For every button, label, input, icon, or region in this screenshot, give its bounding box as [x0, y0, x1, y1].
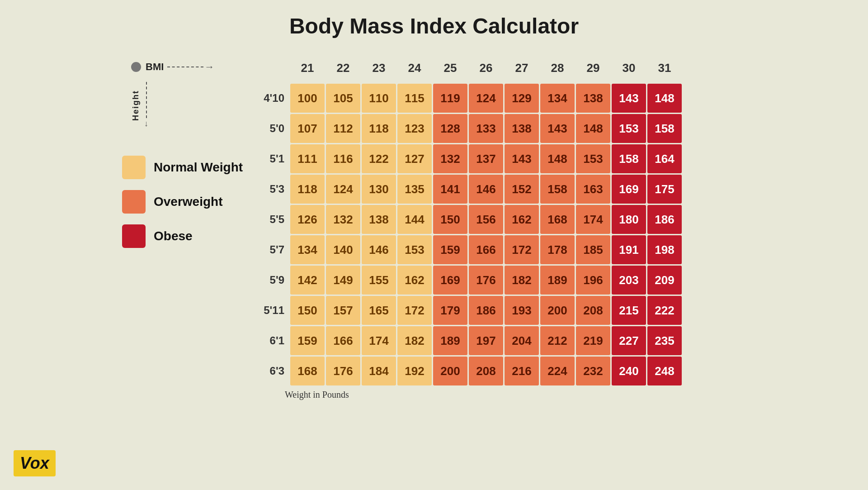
bmi-cell-6ft3-29: 232	[576, 357, 610, 385]
bmi-cell-5ft3-31: 175	[647, 175, 682, 204]
bmi-cell-6ft1-27: 204	[505, 326, 539, 355]
bmi-column-header-25: 25	[433, 53, 467, 82]
height-label-5ft1: 5'1	[255, 144, 289, 173]
height-label: Height	[131, 90, 141, 121]
bmi-cell-5ft0-23: 118	[362, 114, 396, 143]
bmi-cell-5ft0-29: 148	[576, 114, 610, 143]
legend-area: Normal Weight Overweight Obese	[122, 156, 243, 259]
bmi-cell-5ft7-24: 153	[397, 235, 432, 264]
bmi-cell-6ft3-31: 248	[647, 357, 682, 385]
bmi-cell-6ft1-30: 227	[612, 326, 646, 355]
bmi-cell-5ft0-27: 138	[505, 114, 539, 143]
bmi-cell-4ft10-22: 105	[326, 84, 360, 113]
bmi-cell-5ft7-31: 198	[647, 235, 682, 264]
bmi-cell-5ft7-30: 191	[612, 235, 646, 264]
bmi-cell-5ft1-23: 122	[362, 144, 396, 173]
bmi-cell-5ft11-29: 208	[576, 296, 610, 325]
bmi-cell-4ft10-29: 138	[576, 84, 610, 113]
bmi-cell-5ft5-29: 174	[576, 205, 610, 234]
bmi-cell-5ft9-30: 203	[612, 266, 646, 295]
bmi-cell-6ft3-25: 200	[433, 357, 467, 385]
bmi-cell-5ft1-29: 153	[576, 144, 610, 173]
bmi-cell-6ft1-22: 166	[326, 326, 360, 355]
legend-item-overweight: Overweight	[122, 190, 243, 214]
bmi-cell-6ft3-28: 224	[540, 357, 575, 385]
table-row: 4'10100105110115119124129134138143148	[255, 84, 682, 113]
bmi-column-header-24: 24	[397, 53, 432, 82]
bmi-cell-5ft7-22: 140	[326, 235, 360, 264]
height-label-6ft3: 6'3	[255, 357, 289, 385]
bmi-cell-6ft1-24: 182	[397, 326, 432, 355]
bmi-cell-6ft1-21: 159	[290, 326, 325, 355]
bmi-arrowhead-icon: →	[204, 61, 214, 73]
bmi-cell-5ft1-31: 164	[647, 144, 682, 173]
height-label-6ft1: 6'1	[255, 326, 289, 355]
height-label-5ft5: 5'5	[255, 205, 289, 234]
table-row: 5'5126132138144150156162168174180186	[255, 205, 682, 234]
bmi-column-header-22: 22	[326, 53, 360, 82]
bmi-cell-5ft11-28: 200	[540, 296, 575, 325]
bmi-cell-5ft3-23: 130	[362, 175, 396, 204]
bmi-cell-5ft9-22: 149	[326, 266, 360, 295]
bmi-cell-5ft5-21: 126	[290, 205, 325, 234]
bmi-cell-5ft11-31: 222	[647, 296, 682, 325]
bmi-cell-6ft1-28: 212	[540, 326, 575, 355]
bmi-cell-5ft5-27: 162	[505, 205, 539, 234]
bmi-dot	[131, 62, 141, 72]
bmi-header-row: 2122232425262728293031	[255, 53, 682, 82]
bmi-cell-6ft1-29: 219	[576, 326, 610, 355]
bmi-cell-6ft3-21: 168	[290, 357, 325, 385]
bmi-column-header-21: 21	[290, 53, 325, 82]
bmi-cell-4ft10-25: 119	[433, 84, 467, 113]
bmi-cell-4ft10-28: 134	[540, 84, 575, 113]
bmi-cell-6ft3-24: 192	[397, 357, 432, 385]
height-arrowhead-icon: ↓	[144, 119, 148, 128]
table-row: 6'3168176184192200208216224232240248	[255, 357, 682, 385]
page-title: Body Mass Index Calculator	[289, 14, 579, 38]
bmi-cell-5ft1-24: 127	[397, 144, 432, 173]
normal-weight-label: Normal Weight	[154, 160, 243, 175]
bmi-cell-4ft10-30: 143	[612, 84, 646, 113]
bmi-cell-5ft5-22: 132	[326, 205, 360, 234]
bmi-table: 2122232425262728293031 4'101001051101151…	[253, 52, 683, 387]
height-column-header	[255, 53, 289, 82]
normal-weight-swatch	[122, 156, 146, 179]
legend-item-obese: Obese	[122, 224, 243, 248]
height-label-4ft10: 4'10	[255, 84, 289, 113]
bmi-cell-5ft3-21: 118	[290, 175, 325, 204]
bmi-cell-5ft11-27: 193	[505, 296, 539, 325]
bmi-cell-5ft1-22: 116	[326, 144, 360, 173]
bmi-column-header-27: 27	[505, 53, 539, 82]
vox-logo-text: Vox	[20, 454, 49, 472]
bmi-cell-5ft11-21: 150	[290, 296, 325, 325]
bmi-cell-5ft1-27: 143	[505, 144, 539, 173]
table-row: 5'3118124130135141146152158163169175	[255, 175, 682, 204]
bmi-cell-5ft5-25: 150	[433, 205, 467, 234]
bmi-cell-6ft1-31: 235	[647, 326, 682, 355]
bmi-cell-5ft5-24: 144	[397, 205, 432, 234]
bmi-cell-5ft9-29: 196	[576, 266, 610, 295]
bmi-cell-5ft3-22: 124	[326, 175, 360, 204]
bmi-cell-5ft9-24: 162	[397, 266, 432, 295]
bmi-cell-5ft3-28: 158	[540, 175, 575, 204]
bmi-cell-5ft1-26: 137	[469, 144, 503, 173]
bmi-cell-6ft1-26: 197	[469, 326, 503, 355]
bmi-cell-6ft3-22: 176	[326, 357, 360, 385]
bmi-cell-5ft9-31: 209	[647, 266, 682, 295]
height-dotted-line	[146, 82, 147, 118]
bmi-cell-5ft9-28: 189	[540, 266, 575, 295]
table-row: 6'1159166174182189197204212219227235	[255, 326, 682, 355]
height-label-5ft0: 5'0	[255, 114, 289, 143]
bmi-cell-6ft1-25: 189	[433, 326, 467, 355]
bmi-cell-4ft10-27: 129	[505, 84, 539, 113]
overweight-label: Overweight	[154, 195, 222, 209]
bmi-cell-6ft1-23: 174	[362, 326, 396, 355]
bmi-cell-5ft9-27: 182	[505, 266, 539, 295]
bmi-cell-5ft5-31: 186	[647, 205, 682, 234]
bmi-cell-5ft0-31: 158	[647, 114, 682, 143]
bmi-cell-6ft3-27: 216	[505, 357, 539, 385]
table-row: 5'9142149155162169176182189196203209	[255, 266, 682, 295]
bmi-cell-4ft10-26: 124	[469, 84, 503, 113]
vox-logo: Vox	[14, 450, 56, 476]
bmi-cell-6ft3-23: 184	[362, 357, 396, 385]
